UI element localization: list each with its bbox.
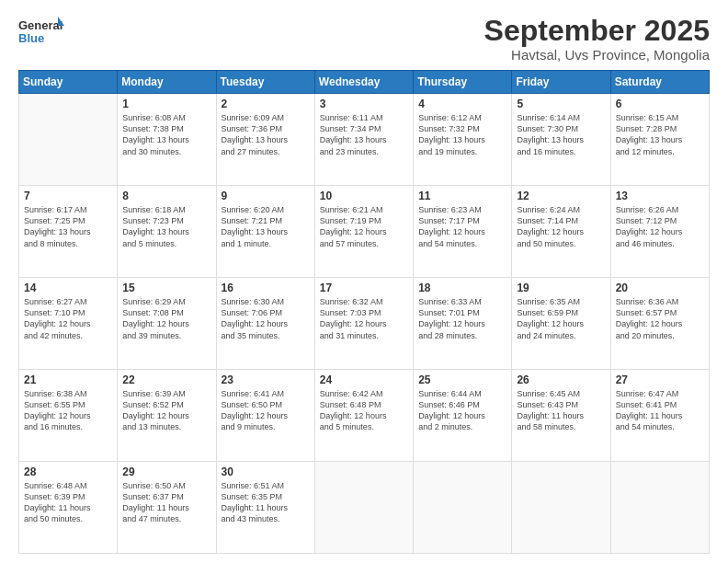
col-tuesday: Tuesday bbox=[216, 71, 314, 94]
day-info: Sunrise: 6:29 AM Sunset: 7:08 PM Dayligh… bbox=[122, 296, 210, 341]
day-info: Sunrise: 6:48 AM Sunset: 6:39 PM Dayligh… bbox=[24, 480, 112, 525]
month-title: September 2025 bbox=[484, 15, 710, 47]
header: General Blue September 2025 Havtsal, Uvs… bbox=[18, 15, 710, 63]
table-row: 30Sunrise: 6:51 AM Sunset: 6:35 PM Dayli… bbox=[216, 462, 314, 554]
day-info: Sunrise: 6:44 AM Sunset: 6:46 PM Dayligh… bbox=[418, 388, 506, 433]
day-info: Sunrise: 6:17 AM Sunset: 7:25 PM Dayligh… bbox=[24, 204, 112, 249]
table-row: 13Sunrise: 6:26 AM Sunset: 7:12 PM Dayli… bbox=[610, 186, 709, 278]
day-info: Sunrise: 6:12 AM Sunset: 7:32 PM Dayligh… bbox=[418, 112, 506, 157]
day-number: 10 bbox=[320, 190, 408, 202]
page: General Blue September 2025 Havtsal, Uvs… bbox=[0, 0, 728, 563]
table-row: 18Sunrise: 6:33 AM Sunset: 7:01 PM Dayli… bbox=[414, 278, 512, 370]
table-row: 16Sunrise: 6:30 AM Sunset: 7:06 PM Dayli… bbox=[216, 278, 314, 370]
calendar-table: Sunday Monday Tuesday Wednesday Thursday… bbox=[18, 70, 710, 554]
day-number: 16 bbox=[222, 282, 310, 294]
table-row: 25Sunrise: 6:44 AM Sunset: 6:46 PM Dayli… bbox=[414, 370, 512, 462]
day-info: Sunrise: 6:45 AM Sunset: 6:43 PM Dayligh… bbox=[517, 388, 605, 433]
day-info: Sunrise: 6:09 AM Sunset: 7:36 PM Dayligh… bbox=[222, 112, 310, 157]
day-info: Sunrise: 6:35 AM Sunset: 6:59 PM Dayligh… bbox=[517, 296, 605, 341]
day-info: Sunrise: 6:27 AM Sunset: 7:10 PM Dayligh… bbox=[24, 296, 112, 341]
day-number: 22 bbox=[122, 373, 210, 386]
table-row: 4Sunrise: 6:12 AM Sunset: 7:32 PM Daylig… bbox=[414, 94, 512, 186]
day-info: Sunrise: 6:42 AM Sunset: 6:48 PM Dayligh… bbox=[320, 388, 408, 433]
calendar-week-row: 28Sunrise: 6:48 AM Sunset: 6:39 PM Dayli… bbox=[19, 462, 710, 554]
calendar-week-row: 21Sunrise: 6:38 AM Sunset: 6:55 PM Dayli… bbox=[19, 370, 710, 462]
day-info: Sunrise: 6:32 AM Sunset: 7:03 PM Dayligh… bbox=[320, 296, 408, 341]
col-wednesday: Wednesday bbox=[314, 71, 413, 94]
day-number: 4 bbox=[418, 98, 506, 110]
day-info: Sunrise: 6:14 AM Sunset: 7:30 PM Dayligh… bbox=[517, 112, 605, 157]
day-number: 24 bbox=[320, 373, 408, 386]
table-row: 26Sunrise: 6:45 AM Sunset: 6:43 PM Dayli… bbox=[512, 370, 610, 462]
table-row: 22Sunrise: 6:39 AM Sunset: 6:52 PM Dayli… bbox=[118, 370, 216, 462]
day-number: 3 bbox=[320, 98, 408, 110]
logo: General Blue bbox=[18, 15, 64, 53]
col-thursday: Thursday bbox=[414, 71, 512, 94]
day-info: Sunrise: 6:50 AM Sunset: 6:37 PM Dayligh… bbox=[122, 480, 210, 525]
table-row bbox=[414, 462, 512, 554]
table-row: 23Sunrise: 6:41 AM Sunset: 6:50 PM Dayli… bbox=[216, 370, 314, 462]
day-info: Sunrise: 6:18 AM Sunset: 7:23 PM Dayligh… bbox=[122, 204, 210, 249]
table-row: 19Sunrise: 6:35 AM Sunset: 6:59 PM Dayli… bbox=[512, 278, 610, 370]
col-sunday: Sunday bbox=[19, 71, 118, 94]
day-number: 9 bbox=[222, 190, 310, 202]
day-number: 14 bbox=[24, 282, 112, 294]
day-info: Sunrise: 6:38 AM Sunset: 6:55 PM Dayligh… bbox=[24, 388, 112, 433]
calendar-week-row: 7Sunrise: 6:17 AM Sunset: 7:25 PM Daylig… bbox=[19, 186, 710, 278]
day-info: Sunrise: 6:47 AM Sunset: 6:41 PM Dayligh… bbox=[616, 388, 704, 433]
day-number: 13 bbox=[616, 190, 704, 202]
table-row: 6Sunrise: 6:15 AM Sunset: 7:28 PM Daylig… bbox=[610, 94, 709, 186]
table-row bbox=[19, 94, 118, 186]
day-info: Sunrise: 6:51 AM Sunset: 6:35 PM Dayligh… bbox=[222, 480, 310, 525]
location-subtitle: Havtsal, Uvs Province, Mongolia bbox=[484, 47, 710, 63]
day-number: 2 bbox=[222, 98, 310, 110]
table-row bbox=[512, 462, 610, 554]
day-info: Sunrise: 6:26 AM Sunset: 7:12 PM Dayligh… bbox=[616, 204, 704, 249]
day-number: 28 bbox=[24, 465, 112, 478]
day-info: Sunrise: 6:08 AM Sunset: 7:38 PM Dayligh… bbox=[122, 112, 210, 157]
day-number: 30 bbox=[222, 465, 310, 478]
table-row: 15Sunrise: 6:29 AM Sunset: 7:08 PM Dayli… bbox=[118, 278, 216, 370]
day-info: Sunrise: 6:11 AM Sunset: 7:34 PM Dayligh… bbox=[320, 112, 408, 157]
day-info: Sunrise: 6:36 AM Sunset: 6:57 PM Dayligh… bbox=[616, 296, 704, 341]
calendar-week-row: 1Sunrise: 6:08 AM Sunset: 7:38 PM Daylig… bbox=[19, 94, 710, 186]
day-number: 27 bbox=[616, 373, 704, 386]
day-number: 5 bbox=[517, 98, 605, 110]
table-row: 12Sunrise: 6:24 AM Sunset: 7:14 PM Dayli… bbox=[512, 186, 610, 278]
table-row: 17Sunrise: 6:32 AM Sunset: 7:03 PM Dayli… bbox=[314, 278, 413, 370]
day-number: 23 bbox=[222, 373, 310, 386]
table-row: 9Sunrise: 6:20 AM Sunset: 7:21 PM Daylig… bbox=[216, 186, 314, 278]
table-row: 3Sunrise: 6:11 AM Sunset: 7:34 PM Daylig… bbox=[314, 94, 413, 186]
table-row: 14Sunrise: 6:27 AM Sunset: 7:10 PM Dayli… bbox=[19, 278, 118, 370]
day-number: 8 bbox=[122, 190, 210, 202]
table-row: 20Sunrise: 6:36 AM Sunset: 6:57 PM Dayli… bbox=[610, 278, 709, 370]
day-number: 21 bbox=[24, 373, 112, 386]
svg-text:Blue: Blue bbox=[18, 31, 44, 45]
col-saturday: Saturday bbox=[610, 71, 709, 94]
day-number: 17 bbox=[320, 282, 408, 294]
table-row: 10Sunrise: 6:21 AM Sunset: 7:19 PM Dayli… bbox=[314, 186, 413, 278]
table-row bbox=[610, 462, 709, 554]
day-number: 19 bbox=[517, 282, 605, 294]
table-row: 21Sunrise: 6:38 AM Sunset: 6:55 PM Dayli… bbox=[19, 370, 118, 462]
table-row: 11Sunrise: 6:23 AM Sunset: 7:17 PM Dayli… bbox=[414, 186, 512, 278]
calendar-header-row: Sunday Monday Tuesday Wednesday Thursday… bbox=[19, 71, 710, 94]
logo-svg: General Blue bbox=[18, 15, 64, 53]
table-row: 24Sunrise: 6:42 AM Sunset: 6:48 PM Dayli… bbox=[314, 370, 413, 462]
table-row: 29Sunrise: 6:50 AM Sunset: 6:37 PM Dayli… bbox=[118, 462, 216, 554]
day-info: Sunrise: 6:24 AM Sunset: 7:14 PM Dayligh… bbox=[517, 204, 605, 249]
day-info: Sunrise: 6:39 AM Sunset: 6:52 PM Dayligh… bbox=[122, 388, 210, 433]
day-number: 29 bbox=[122, 465, 210, 478]
day-number: 18 bbox=[418, 282, 506, 294]
day-number: 7 bbox=[24, 190, 112, 202]
table-row: 5Sunrise: 6:14 AM Sunset: 7:30 PM Daylig… bbox=[512, 94, 610, 186]
day-info: Sunrise: 6:41 AM Sunset: 6:50 PM Dayligh… bbox=[222, 388, 310, 433]
day-number: 12 bbox=[517, 190, 605, 202]
day-number: 11 bbox=[418, 190, 506, 202]
table-row: 2Sunrise: 6:09 AM Sunset: 7:36 PM Daylig… bbox=[216, 94, 314, 186]
table-row: 27Sunrise: 6:47 AM Sunset: 6:41 PM Dayli… bbox=[610, 370, 709, 462]
day-info: Sunrise: 6:23 AM Sunset: 7:17 PM Dayligh… bbox=[418, 204, 506, 249]
day-info: Sunrise: 6:20 AM Sunset: 7:21 PM Dayligh… bbox=[222, 204, 310, 249]
calendar-week-row: 14Sunrise: 6:27 AM Sunset: 7:10 PM Dayli… bbox=[19, 278, 710, 370]
col-friday: Friday bbox=[512, 71, 610, 94]
